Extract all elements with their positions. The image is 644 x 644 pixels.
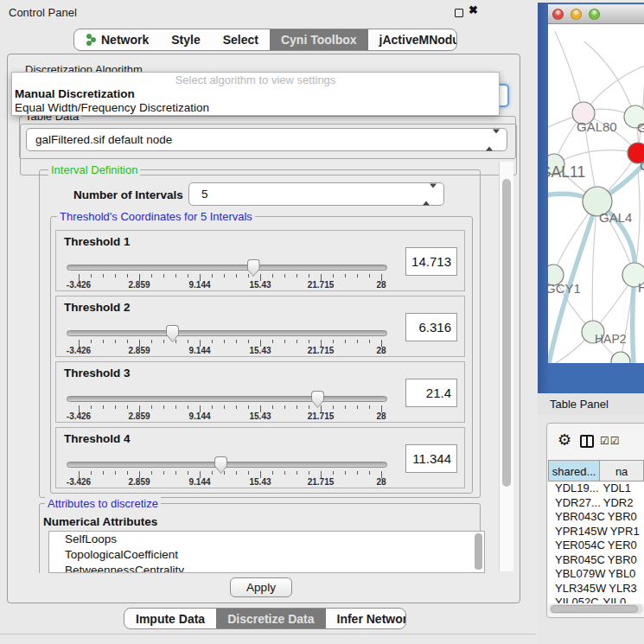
scrollbar-thumb[interactable] bbox=[502, 179, 511, 487]
slider-tick bbox=[163, 340, 164, 343]
slider-thumb[interactable] bbox=[247, 259, 260, 277]
slider-tick bbox=[309, 471, 309, 475]
slider-thumb[interactable] bbox=[166, 325, 179, 342]
algorithm-option-equal-width-frequency-discretization[interactable]: Equal Width/Frequency Discretization bbox=[12, 101, 499, 115]
slider-tick-label: 28 bbox=[355, 477, 407, 487]
slider-tick bbox=[369, 405, 370, 409]
slider-tick bbox=[127, 471, 128, 475]
float-window-icon[interactable] bbox=[455, 9, 463, 17]
algorithm-option-manual-discretization[interactable]: Manual Discretization bbox=[12, 87, 499, 101]
table-row[interactable]: YIL052CYIL0 bbox=[548, 596, 644, 603]
attributes-group-label: Attributes to discretize bbox=[45, 497, 161, 510]
table-rows[interactable]: YDL19...YDL1YDR27...YDR2YBR043CYBR0YPR14… bbox=[548, 481, 644, 603]
mac-minimize-icon[interactable] bbox=[571, 9, 582, 20]
close-icon[interactable]: ✖ bbox=[469, 3, 478, 16]
slider-tick bbox=[296, 405, 297, 409]
tab-infer-network[interactable]: Infer Network bbox=[326, 609, 406, 628]
slider-tick-label: 15.43 bbox=[234, 411, 286, 421]
tab-cyni-toolbox[interactable]: Cyni Toolbox bbox=[270, 29, 368, 50]
tab-label: Select bbox=[223, 33, 258, 47]
threshold-value-field[interactable]: 14.713 bbox=[405, 247, 457, 276]
cell-name: YBL0 bbox=[606, 567, 644, 582]
thresholds-group-label: Threshold's Coordinates for 5 Intervals bbox=[57, 210, 255, 223]
scrollbar-thumb[interactable] bbox=[551, 605, 638, 613]
mac-zoom-icon[interactable] bbox=[589, 9, 600, 20]
slider-tick bbox=[212, 405, 213, 409]
cell-name: YIL0 bbox=[601, 596, 644, 603]
cell-shared-name: YER054C bbox=[548, 539, 605, 553]
combo-stepper-icon[interactable] bbox=[486, 129, 500, 150]
slider-tick bbox=[284, 340, 285, 343]
table-row[interactable]: YPR145WYPR1 bbox=[548, 525, 644, 539]
settings-vertical-scrollbar[interactable] bbox=[499, 162, 513, 571]
slider-tick-label: 15.43 bbox=[234, 346, 286, 355]
tab-impute-data[interactable]: Impute Data bbox=[124, 609, 216, 628]
gear-icon[interactable]: ⚙ bbox=[558, 430, 571, 450]
list-item[interactable]: TopologicalCoefficient bbox=[49, 547, 484, 563]
number-of-intervals-spinner[interactable]: 5 bbox=[188, 182, 444, 206]
threshold-label: Threshold 4 bbox=[64, 432, 131, 445]
slider-tick bbox=[284, 471, 285, 475]
attributes-list-scrollbar[interactable] bbox=[475, 533, 482, 570]
slider-tick bbox=[115, 274, 116, 277]
algorithm-popup-hint: Select algorithm to view settings bbox=[12, 73, 499, 87]
cyni-bottom-tabbar: Impute DataDiscretize DataInfer Network bbox=[124, 608, 406, 629]
table-row[interactable]: YDR27...YDR2 bbox=[548, 496, 644, 511]
node-label-gal4: GAL4 bbox=[599, 210, 632, 225]
threshold-value-field[interactable]: 11.344 bbox=[405, 444, 457, 473]
tab-style[interactable]: Style bbox=[160, 29, 211, 50]
table-header-row[interactable]: shared...na bbox=[548, 460, 644, 481]
tab-jactivemnodules[interactable]: jActiveMNodules bbox=[368, 29, 457, 50]
list-item[interactable]: SelfLoops bbox=[49, 532, 484, 547]
slider-thumb[interactable] bbox=[311, 391, 324, 408]
apply-button[interactable]: Apply bbox=[230, 577, 292, 597]
network-view-canvas[interactable]: GAL80GAGAL11CGAL4GCY1HHAP2 bbox=[548, 24, 644, 363]
network-window-titlebar[interactable] bbox=[548, 4, 644, 24]
slider-tick bbox=[212, 274, 213, 277]
slider-tick-label: 2.859 bbox=[113, 346, 165, 355]
slider-track[interactable] bbox=[67, 396, 387, 402]
table-row[interactable]: YBR045CYBR0 bbox=[548, 553, 644, 568]
mac-close-icon[interactable] bbox=[552, 9, 564, 20]
slider-tick bbox=[284, 405, 285, 409]
slider-tick bbox=[248, 405, 249, 409]
table-data-combobox[interactable]: galFiltered.sif default node bbox=[26, 128, 507, 151]
slider-tick-label: -3.426 bbox=[53, 411, 105, 421]
split-columns-icon[interactable] bbox=[580, 435, 594, 448]
slider-track[interactable] bbox=[67, 330, 387, 336]
table-horizontal-scrollbar[interactable] bbox=[549, 604, 643, 614]
tab-select[interactable]: Select bbox=[212, 29, 270, 50]
node-bottom[interactable] bbox=[611, 352, 630, 363]
threshold-value-field[interactable]: 6.316 bbox=[405, 313, 457, 341]
slider-tick bbox=[236, 471, 237, 475]
tab-label: Discretize Data bbox=[227, 612, 314, 626]
column-header-na[interactable]: na bbox=[600, 460, 644, 481]
table-row[interactable]: YER054CYER0 bbox=[548, 539, 644, 553]
column-header-shared[interactable]: shared... bbox=[548, 460, 600, 481]
table-row[interactable]: YBR043CYBR0 bbox=[548, 510, 644, 525]
slider-track[interactable] bbox=[67, 265, 387, 271]
tab-network[interactable]: Network bbox=[74, 29, 160, 50]
threshold-value-field[interactable]: 21.4 bbox=[405, 379, 457, 407]
table-row[interactable]: YBL079WYBL0 bbox=[548, 567, 644, 582]
slider-tick bbox=[103, 274, 104, 277]
node-label-gcy1: GCY1 bbox=[548, 281, 581, 296]
table-data-combobox-value: galFiltered.sif default node bbox=[35, 133, 172, 146]
slider-tick bbox=[115, 340, 116, 343]
cell-shared-name: YBR043C bbox=[548, 510, 605, 525]
slider-tick bbox=[236, 405, 237, 409]
slider-tick-label: 2.859 bbox=[113, 411, 165, 421]
spinner-stepper-icon[interactable] bbox=[423, 183, 437, 205]
table-row[interactable]: YLR345WYLR3 bbox=[548, 582, 644, 596]
select-columns-icon[interactable]: ☑☑ bbox=[600, 435, 621, 447]
list-item[interactable]: BetweennessCentrality bbox=[49, 563, 484, 573]
numerical-attributes-list[interactable]: SelfLoopsTopologicalCoefficientBetweenne… bbox=[48, 531, 485, 573]
tab-discretize-data[interactable]: Discretize Data bbox=[216, 609, 325, 628]
table-row[interactable]: YDL19...YDL1 bbox=[548, 481, 644, 496]
cell-shared-name: YDR27... bbox=[548, 496, 601, 511]
number-of-intervals-label: Number of Intervals bbox=[73, 188, 183, 201]
slider-tick bbox=[345, 405, 346, 409]
tab-label: Network bbox=[101, 33, 149, 47]
slider-thumb[interactable] bbox=[214, 456, 227, 474]
slider-tick bbox=[127, 405, 128, 409]
